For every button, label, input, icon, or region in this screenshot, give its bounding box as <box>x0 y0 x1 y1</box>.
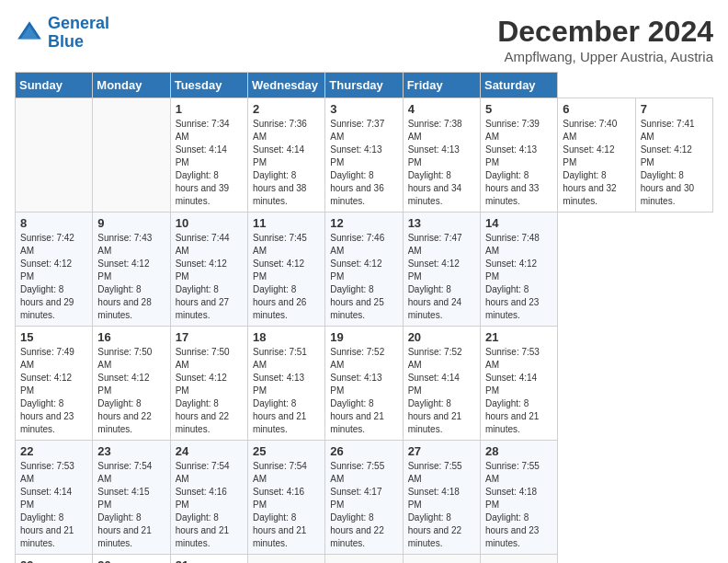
day-header-thursday: Thursday <box>325 73 403 98</box>
day-cell: 17Sunrise: 7:50 AMSunset: 4:12 PMDayligh… <box>170 327 247 441</box>
day-cell: 10Sunrise: 7:44 AMSunset: 4:12 PMDayligh… <box>170 213 247 327</box>
day-cell: 24Sunrise: 7:54 AMSunset: 4:16 PMDayligh… <box>170 441 247 555</box>
day-cell: 18Sunrise: 7:51 AMSunset: 4:13 PMDayligh… <box>247 327 324 441</box>
day-cell: 23Sunrise: 7:54 AMSunset: 4:15 PMDayligh… <box>93 441 170 555</box>
empty-cell <box>16 98 93 213</box>
day-cell: 30Sunrise: 7:55 AMSunset: 4:20 PMDayligh… <box>93 555 170 564</box>
day-cell: 12Sunrise: 7:46 AMSunset: 4:12 PMDayligh… <box>325 213 403 327</box>
week-row: 29Sunrise: 7:55 AMSunset: 4:19 PMDayligh… <box>16 555 713 564</box>
day-cell: 5Sunrise: 7:39 AMSunset: 4:13 PMDaylight… <box>480 98 557 213</box>
day-cell: 21Sunrise: 7:53 AMSunset: 4:14 PMDayligh… <box>480 327 557 441</box>
day-header-monday: Monday <box>93 73 170 98</box>
day-cell: 8Sunrise: 7:42 AMSunset: 4:12 PMDaylight… <box>16 213 93 327</box>
day-cell: 28Sunrise: 7:55 AMSunset: 4:18 PMDayligh… <box>480 441 557 555</box>
day-cell: 1Sunrise: 7:34 AMSunset: 4:14 PMDaylight… <box>170 98 247 213</box>
day-cell <box>480 555 557 564</box>
day-cell: 14Sunrise: 7:48 AMSunset: 4:12 PMDayligh… <box>480 213 557 327</box>
day-header-wednesday: Wednesday <box>247 73 324 98</box>
logo: General Blue <box>15 15 109 52</box>
day-cell <box>247 555 324 564</box>
location: Ampflwang, Upper Austria, Austria <box>497 49 713 64</box>
day-cell: 9Sunrise: 7:43 AMSunset: 4:12 PMDaylight… <box>93 213 170 327</box>
day-cell: 2Sunrise: 7:36 AMSunset: 4:14 PMDaylight… <box>247 98 324 213</box>
day-header-saturday: Saturday <box>480 73 557 98</box>
calendar-table: SundayMondayTuesdayWednesdayThursdayFrid… <box>15 72 713 563</box>
day-cell: 31Sunrise: 7:55 AMSunset: 4:21 PMDayligh… <box>170 555 247 564</box>
day-cell: 27Sunrise: 7:55 AMSunset: 4:18 PMDayligh… <box>403 441 480 555</box>
day-cell <box>325 555 403 564</box>
day-cell: 3Sunrise: 7:37 AMSunset: 4:13 PMDaylight… <box>325 98 403 213</box>
day-cell: 15Sunrise: 7:49 AMSunset: 4:12 PMDayligh… <box>16 327 93 441</box>
logo-text: General Blue <box>48 15 109 52</box>
day-cell: 20Sunrise: 7:52 AMSunset: 4:14 PMDayligh… <box>403 327 480 441</box>
day-cell: 29Sunrise: 7:55 AMSunset: 4:19 PMDayligh… <box>16 555 93 564</box>
day-cell: 6Sunrise: 7:40 AMSunset: 4:12 PMDaylight… <box>558 98 635 213</box>
week-row: 8Sunrise: 7:42 AMSunset: 4:12 PMDaylight… <box>16 213 713 327</box>
week-row: 15Sunrise: 7:49 AMSunset: 4:12 PMDayligh… <box>16 327 713 441</box>
day-header-tuesday: Tuesday <box>170 73 247 98</box>
week-row: 22Sunrise: 7:53 AMSunset: 4:14 PMDayligh… <box>16 441 713 555</box>
title-block: December 2024 Ampflwang, Upper Austria, … <box>497 15 713 64</box>
day-cell: 7Sunrise: 7:41 AMSunset: 4:12 PMDaylight… <box>635 98 712 213</box>
day-cell: 13Sunrise: 7:47 AMSunset: 4:12 PMDayligh… <box>403 213 480 327</box>
day-header-friday: Friday <box>403 73 480 98</box>
day-cell: 11Sunrise: 7:45 AMSunset: 4:12 PMDayligh… <box>247 213 324 327</box>
day-cell: 16Sunrise: 7:50 AMSunset: 4:12 PMDayligh… <box>93 327 170 441</box>
header-row: SundayMondayTuesdayWednesdayThursdayFrid… <box>16 73 713 98</box>
logo-icon <box>15 18 44 48</box>
page-header: General Blue December 2024 Ampflwang, Up… <box>15 15 713 64</box>
day-cell <box>403 555 480 564</box>
day-cell: 19Sunrise: 7:52 AMSunset: 4:13 PMDayligh… <box>325 327 403 441</box>
day-cell: 25Sunrise: 7:54 AMSunset: 4:16 PMDayligh… <box>247 441 324 555</box>
month-title: December 2024 <box>497 15 713 49</box>
day-cell: 26Sunrise: 7:55 AMSunset: 4:17 PMDayligh… <box>325 441 403 555</box>
day-cell: 22Sunrise: 7:53 AMSunset: 4:14 PMDayligh… <box>16 441 93 555</box>
day-header-sunday: Sunday <box>16 73 93 98</box>
day-cell: 4Sunrise: 7:38 AMSunset: 4:13 PMDaylight… <box>403 98 480 213</box>
week-row: 1Sunrise: 7:34 AMSunset: 4:14 PMDaylight… <box>16 98 713 213</box>
empty-cell <box>93 98 170 213</box>
